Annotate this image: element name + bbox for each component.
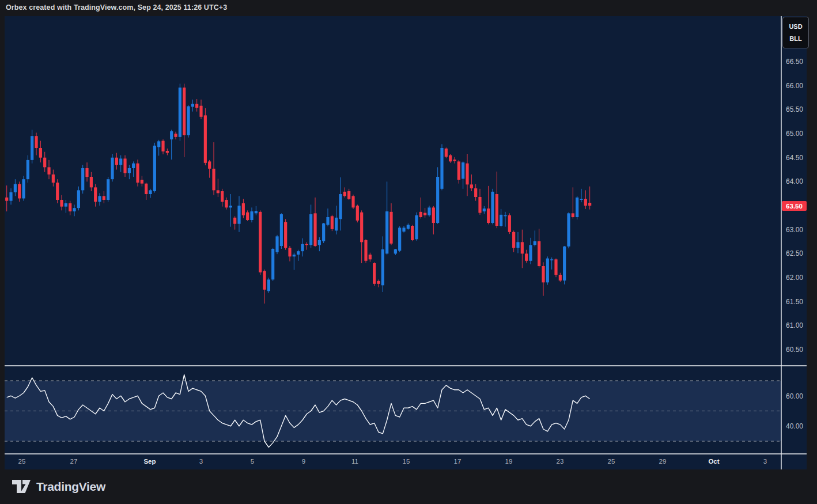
candle-body bbox=[237, 206, 240, 224]
candle-body bbox=[402, 228, 405, 232]
candle-body bbox=[466, 164, 468, 185]
candle-body bbox=[183, 88, 186, 135]
candle-body bbox=[347, 191, 350, 199]
candle-body bbox=[478, 197, 481, 213]
candle-body bbox=[157, 141, 160, 147]
candle-body bbox=[199, 106, 202, 117]
candle-body bbox=[123, 158, 126, 173]
candle-body bbox=[483, 209, 486, 211]
time-axis-label: 9 bbox=[302, 458, 305, 465]
candle-body bbox=[373, 263, 376, 284]
candle-body bbox=[5, 198, 8, 201]
candle-body bbox=[343, 192, 346, 196]
candle-body bbox=[369, 255, 372, 259]
candle-body bbox=[364, 240, 367, 261]
candle-body bbox=[225, 200, 228, 207]
tradingview-logo-icon bbox=[12, 479, 31, 494]
candle-body bbox=[132, 164, 135, 168]
candle-body bbox=[457, 161, 460, 180]
price-axis-label: 65.00 bbox=[786, 130, 803, 137]
candle-body bbox=[445, 149, 448, 157]
candle-body bbox=[242, 203, 245, 215]
candle-body bbox=[470, 184, 473, 188]
candle-body bbox=[385, 211, 388, 253]
candle-body bbox=[81, 168, 84, 190]
candle-body bbox=[512, 232, 515, 248]
candle-body bbox=[398, 228, 401, 251]
candle-body bbox=[567, 213, 570, 246]
price-axis-label: 40.00 bbox=[786, 423, 803, 430]
time-axis-label: 27 bbox=[70, 458, 78, 465]
candle-body bbox=[449, 155, 452, 161]
candle-body bbox=[313, 213, 316, 246]
candle-body bbox=[339, 194, 342, 219]
price-axis-label: 66.50 bbox=[786, 58, 803, 65]
candle-body bbox=[170, 131, 173, 139]
price-axis[interactable]: 66.5066.0065.5065.0064.5064.0063.0062.50… bbox=[782, 16, 807, 469]
candle-body bbox=[389, 212, 392, 244]
candle-body bbox=[94, 187, 97, 202]
candle-body bbox=[411, 226, 414, 240]
candle-body bbox=[529, 245, 532, 260]
candle-body bbox=[487, 209, 490, 223]
candle-body bbox=[229, 206, 232, 207]
candlestick-rsi-plot[interactable] bbox=[5, 16, 807, 469]
candle-body bbox=[584, 199, 587, 206]
currency-label: USD bbox=[789, 23, 802, 30]
candle-body bbox=[331, 216, 334, 229]
candle-body bbox=[550, 259, 553, 260]
candle-body bbox=[119, 158, 122, 165]
time-axis-label: 11 bbox=[351, 458, 358, 465]
candle-body bbox=[56, 183, 59, 200]
tradingview-logo-text: TradingView bbox=[36, 480, 105, 494]
time-axis-label: 19 bbox=[505, 458, 513, 465]
time-axis-label: 23 bbox=[557, 458, 564, 465]
candle-body bbox=[195, 104, 198, 108]
chart-canvas[interactable] bbox=[5, 16, 807, 469]
candle-body bbox=[309, 214, 312, 245]
candle-body bbox=[305, 244, 308, 245]
candle-body bbox=[377, 281, 380, 284]
candle-body bbox=[221, 191, 224, 202]
time-axis-label: 25 bbox=[18, 458, 26, 465]
candle-body bbox=[107, 179, 109, 200]
candle-body bbox=[166, 151, 169, 153]
candle-body bbox=[580, 199, 583, 200]
candle-body bbox=[301, 244, 304, 251]
candle-body bbox=[360, 213, 363, 242]
candle-body bbox=[288, 248, 291, 256]
candle-body bbox=[559, 275, 562, 281]
candle-body bbox=[187, 106, 190, 135]
time-axis-label: 29 bbox=[659, 458, 667, 465]
candle-body bbox=[351, 196, 354, 207]
candle-body bbox=[217, 190, 220, 193]
attribution-text: Orbex created with TradingView.com, Sep … bbox=[6, 3, 227, 12]
candle-body bbox=[204, 115, 207, 162]
price-axis-label: 63.00 bbox=[786, 226, 803, 233]
price-scale-currency-toggle[interactable]: USD BLL bbox=[782, 17, 809, 48]
candle-body bbox=[521, 242, 524, 253]
candle-body bbox=[90, 177, 93, 187]
candle-body bbox=[174, 134, 177, 137]
candle-body bbox=[22, 179, 25, 198]
candle-body bbox=[255, 211, 258, 213]
price-axis-label: 60.00 bbox=[786, 393, 803, 400]
candle-body bbox=[335, 218, 338, 230]
candle-body bbox=[474, 188, 477, 197]
candle-body bbox=[500, 215, 502, 226]
candle-body bbox=[419, 212, 422, 217]
candle-body bbox=[98, 196, 101, 202]
candle-body bbox=[504, 215, 506, 217]
candle-body bbox=[436, 177, 439, 223]
tradingview-logo[interactable]: TradingView bbox=[12, 479, 105, 494]
candle-body bbox=[293, 255, 296, 256]
candle-body bbox=[208, 161, 211, 168]
candle-body bbox=[415, 215, 418, 240]
candle-body bbox=[85, 168, 88, 177]
price-axis-label: 64.00 bbox=[786, 178, 803, 185]
candle-body bbox=[381, 249, 384, 285]
unit-label: BLL bbox=[789, 35, 801, 42]
candle-body bbox=[145, 184, 147, 194]
candle-body bbox=[18, 184, 21, 198]
price-axis-label: 66.00 bbox=[786, 82, 803, 89]
